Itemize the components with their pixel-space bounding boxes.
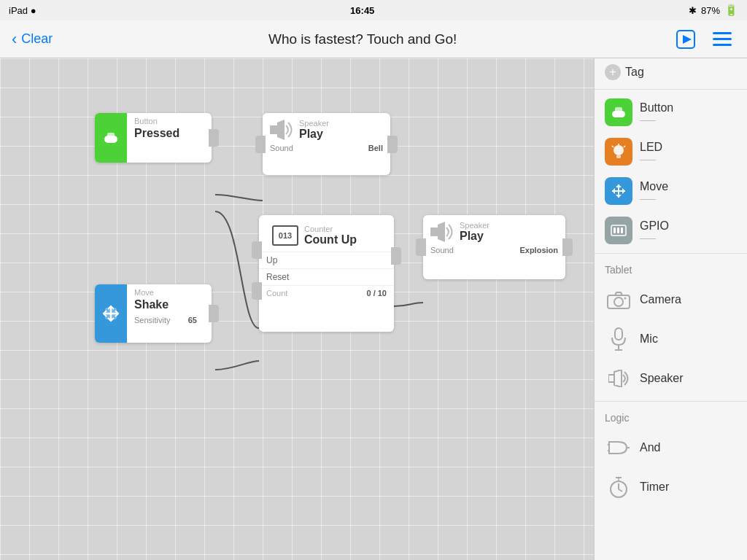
panel-item-camera[interactable]: Camera: [595, 280, 747, 319]
panel-item-mic[interactable]: Mic: [595, 319, 747, 359]
svg-rect-4: [713, 44, 732, 46]
tag-plus-icon: +: [605, 64, 621, 80]
counter-block-input2: [252, 282, 262, 300]
back-button[interactable]: ‹ Clear: [12, 30, 53, 49]
speaker1-block-output: [387, 136, 398, 153]
speaker1-sub-value: Bell: [368, 144, 383, 152]
svg-marker-1: [683, 35, 692, 44]
tag-label: Tag: [625, 66, 644, 79]
menu-button[interactable]: [709, 26, 735, 52]
svg-marker-19: [622, 188, 625, 194]
counter-up-row: Up: [259, 252, 394, 268]
move-block-header: Move: [127, 284, 212, 298]
panel-camera-label: Camera: [640, 293, 681, 306]
speaker1-icon: [270, 120, 293, 140]
camera-panel-icon: [607, 290, 630, 309]
move-block-title: Shake: [127, 298, 212, 316]
tablet-section-header: Tablet: [595, 257, 747, 280]
panel-item-led[interactable]: LED ——: [595, 132, 747, 171]
tag-row[interactable]: + Tag: [595, 58, 747, 86]
button-panel-icon: [611, 106, 627, 119]
panel-move-label: Move: [640, 180, 668, 192]
play-icon: [676, 29, 696, 50]
counter-block-output: [391, 247, 401, 265]
counter-reset-row: Reset: [259, 268, 394, 285]
hamburger-icon: [713, 32, 732, 47]
move-sub-label: Sensitivity: [134, 316, 171, 324]
speaker2-header: Speaker: [460, 221, 489, 230]
panel-mic-label: Mic: [640, 332, 658, 346]
panel-led-sub: ——: [640, 155, 662, 163]
speaker2-block-input: [416, 238, 426, 256]
move-block-icon: [95, 284, 127, 343]
panel-item-button[interactable]: Button ——: [595, 93, 747, 132]
battery-label: 87%: [701, 5, 720, 16]
speaker2-icon: [430, 222, 454, 242]
speaker-block-2[interactable]: Speaker Play Sound Explosion: [423, 215, 565, 279]
speaker2-block-output: [562, 238, 573, 256]
back-chevron-icon: ‹: [12, 30, 17, 49]
move-sub-value: 65: [188, 316, 197, 324]
button-block[interactable]: Button Pressed: [95, 113, 212, 163]
svg-marker-11: [438, 222, 445, 242]
button-icon: [103, 130, 119, 146]
device-label: iPad ●: [9, 5, 36, 16]
speaker2-title: Play: [460, 230, 489, 243]
panel-led-icon: [605, 138, 632, 166]
gpio-panel-icon: [611, 224, 627, 237]
svg-rect-30: [608, 375, 614, 382]
panel-mic-icon-wrap: [605, 325, 632, 353]
status-bar: iPad ● 16:45 ✱ 87% 🔋: [0, 0, 747, 20]
divider-1: [595, 89, 747, 90]
move-block-output: [209, 305, 219, 322]
svg-rect-2: [713, 32, 732, 34]
button-block-output: [209, 129, 219, 147]
speaker-block-1[interactable]: Speaker Play Sound Bell: [263, 113, 390, 175]
svg-marker-16: [616, 184, 622, 187]
svg-rect-27: [615, 328, 622, 340]
divider-3: [595, 401, 747, 402]
svg-rect-21: [614, 228, 616, 233]
panel-item-speaker[interactable]: Speaker: [595, 359, 747, 398]
button-block-title: Pressed: [127, 127, 212, 144]
page-title: Who is fastest? Touch and Go!: [268, 31, 457, 47]
speaker1-header: Speaker: [299, 119, 329, 128]
svg-rect-13: [615, 107, 622, 113]
svg-point-25: [614, 298, 623, 306]
move-panel-icon: [611, 183, 627, 199]
counter-count-row: Count 0 / 10: [259, 285, 394, 300]
right-panel: + Tag Button —— LED ——: [594, 58, 747, 560]
panel-item-and[interactable]: And: [595, 428, 747, 467]
mic-panel-icon: [611, 327, 627, 351]
logic-section-header: Logic: [595, 405, 747, 428]
panel-camera-icon-wrap: [605, 286, 632, 314]
bluetooth-icon: ✱: [689, 5, 697, 16]
counter-block[interactable]: 013 Counter Count Up Up Reset Count 0 / …: [259, 215, 394, 332]
and-panel-icon: [608, 439, 630, 456]
svg-rect-6: [107, 133, 115, 139]
panel-move-sub: ——: [640, 194, 668, 203]
svg-point-14: [614, 145, 624, 155]
timer-panel-icon: [608, 476, 629, 498]
top-right-controls: [673, 26, 735, 52]
svg-line-37: [619, 489, 622, 491]
panel-button-icon: [605, 98, 632, 126]
move-block[interactable]: Move Shake Sensitivity 65: [95, 284, 212, 343]
panel-item-gpio[interactable]: GPIO ——: [595, 211, 747, 250]
canvas: Button Pressed Speaker Play Sound Bell: [0, 58, 594, 560]
panel-gpio-icon: [605, 217, 632, 244]
speaker1-sub: Sound Bell: [263, 144, 390, 156]
panel-item-timer[interactable]: Timer: [595, 467, 747, 507]
svg-rect-22: [617, 228, 619, 233]
speaker-panel-icon: [608, 370, 629, 387]
panel-timer-icon-wrap: [605, 473, 632, 501]
status-right: ✱ 87% 🔋: [689, 4, 738, 17]
button-block-header: Button: [127, 113, 212, 127]
svg-marker-18: [612, 188, 615, 194]
battery-icon: 🔋: [724, 4, 738, 17]
play-button[interactable]: [673, 26, 699, 52]
panel-item-move[interactable]: Move ——: [595, 171, 747, 211]
counter-icon: 013: [272, 225, 298, 246]
svg-rect-3: [713, 38, 732, 40]
svg-rect-10: [430, 228, 438, 236]
